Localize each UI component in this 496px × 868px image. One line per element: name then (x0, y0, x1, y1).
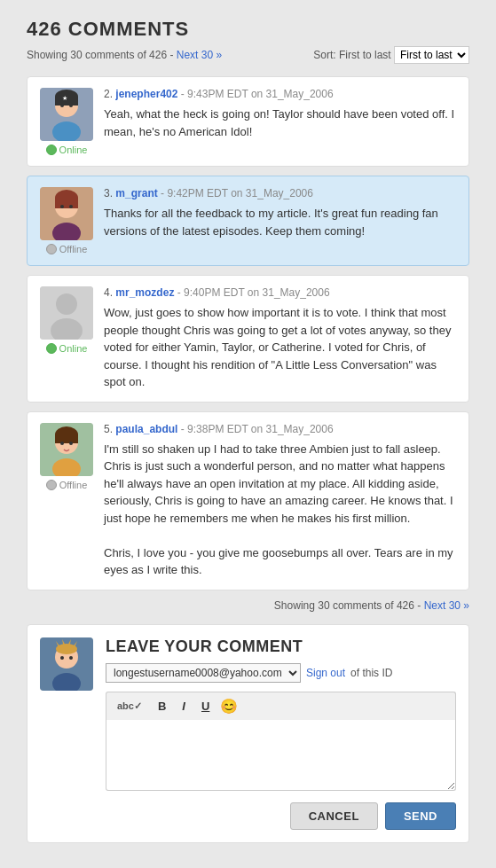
comment-content: 4. mr_mozdez - 9:40PM EDT on 31_May_2006… (104, 286, 456, 391)
svg-point-31 (56, 644, 77, 654)
comment-timestamp: - 9:42PM EDT on 31_May_2006 (161, 187, 313, 199)
sort-label: Sort: First to last First to last Last t… (313, 46, 469, 64)
avatar-wrap: Offline (40, 187, 93, 254)
comment-number: 4. (104, 286, 113, 299)
comment-meta: 4. mr_mozdez - 9:40PM EDT on 31_May_2006 (104, 286, 456, 299)
user-avatar (40, 637, 93, 691)
comment-card: ★ Online 2. jenepher402 - 9:43PM EDT on … (27, 76, 469, 167)
next-30-link-bottom[interactable]: Next 30 » (424, 599, 469, 612)
comment-username[interactable]: mr_mozdez (115, 286, 174, 299)
sort-select[interactable]: First to last Last to first (394, 46, 469, 64)
status-text: Offline (59, 244, 88, 254)
status-dot-online (46, 145, 57, 155)
showing-text: Showing 30 comments of 426 - Next 30 » (27, 49, 222, 61)
comment-text: I'm still so shaken up I had to take thr… (104, 441, 456, 579)
avatar-wrap: Online (40, 286, 93, 391)
svg-point-4 (60, 104, 64, 107)
comment-status: Online (46, 145, 88, 155)
status-dot-offline (46, 244, 57, 254)
comment-number: 3. (104, 187, 113, 199)
comment-status: Offline (46, 480, 88, 490)
comment-card: Offline 5. paula_abdul - 9:38PM EDT on 3… (27, 411, 469, 590)
comment-timestamp: - 9:43PM EDT on 31_May_2006 (181, 88, 334, 100)
status-dot-offline (46, 480, 57, 490)
spell-check-button[interactable]: abc✓ (112, 698, 147, 715)
email-select[interactable]: longestusername0008@yahoo.com (106, 663, 301, 683)
comment-number: 5. (104, 423, 113, 435)
status-dot-online (46, 343, 57, 354)
comment-status: Online (46, 343, 88, 354)
status-text: Online (59, 343, 88, 354)
comment-textarea[interactable] (106, 720, 456, 791)
email-row: longestusername0008@yahoo.com Sign out o… (106, 663, 456, 683)
comment-text: Wow, just goes to show how important it … (104, 304, 456, 391)
comment-username[interactable]: m_grant (115, 187, 157, 199)
svg-point-5 (69, 104, 73, 107)
avatar (40, 187, 93, 240)
comment-username[interactable]: jenepher402 (115, 88, 177, 100)
avatar: ★ (40, 88, 93, 141)
comment-card: Online 4. mr_mozdez - 9:40PM EDT on 31_M… (27, 275, 469, 403)
comment-timestamp: - 9:40PM EDT on 31_May_2006 (177, 286, 330, 299)
svg-point-13 (69, 205, 73, 208)
avatar (40, 423, 93, 476)
comment-card: Offline 3. m_grant - 9:42PM EDT on 31_Ma… (27, 176, 469, 266)
underline-button[interactable]: U (196, 697, 215, 716)
avatar (40, 286, 93, 340)
italic-button[interactable]: I (177, 697, 191, 716)
svg-point-12 (60, 205, 64, 208)
form-actions: CANCEL SEND (106, 802, 456, 830)
comment-username[interactable]: paula_abdul (115, 423, 177, 435)
svg-point-23 (69, 442, 73, 445)
status-text: Online (59, 145, 88, 155)
of-this-id: of this ID (350, 667, 392, 679)
comments-title: 426 COMMENTS (27, 18, 469, 41)
leave-comment-card: LEAVE YOUR COMMENT longestusername0008@y… (27, 624, 469, 843)
emoji-button[interactable]: 😊 (220, 698, 238, 715)
comment-content: 2. jenepher402 - 9:43PM EDT on 31_May_20… (104, 88, 456, 155)
avatar-wrap: ★ Online (40, 88, 93, 155)
svg-point-32 (60, 656, 64, 660)
comment-number: 2. (104, 88, 113, 100)
user-avatar-wrap (40, 637, 93, 830)
leave-comment-title: LEAVE YOUR COMMENT (106, 637, 456, 656)
leave-comment-inner: LEAVE YOUR COMMENT longestusername0008@y… (40, 637, 456, 830)
comment-content: 5. paula_abdul - 9:38PM EDT on 31_May_20… (104, 423, 456, 579)
svg-rect-11 (55, 198, 78, 208)
avatar-wrap: Offline (40, 423, 93, 579)
svg-point-33 (69, 656, 73, 660)
svg-rect-21 (55, 434, 78, 443)
comment-status: Offline (46, 244, 88, 254)
showing-bar: Showing 30 comments of 426 - Next 30 » S… (27, 46, 469, 64)
comments-list: ★ Online 2. jenepher402 - 9:43PM EDT on … (27, 76, 469, 590)
leave-comment-form: LEAVE YOUR COMMENT longestusername0008@y… (106, 637, 456, 830)
send-button[interactable]: SEND (385, 802, 456, 830)
svg-point-22 (60, 442, 64, 445)
comment-text: Thanks for all the feedback to my articl… (104, 205, 456, 239)
next-30-link-top[interactable]: Next 30 » (177, 49, 222, 61)
svg-point-16 (56, 293, 77, 315)
cancel-button[interactable]: CANCEL (290, 802, 378, 830)
status-text: Offline (59, 480, 88, 490)
comment-meta: 2. jenepher402 - 9:43PM EDT on 31_May_20… (104, 88, 456, 100)
page-wrapper: 426 COMMENTS Showing 30 comments of 426 … (0, 0, 496, 861)
comment-meta: 3. m_grant - 9:42PM EDT on 31_May_2006 (104, 187, 456, 199)
bold-button[interactable]: B (153, 697, 171, 716)
comment-meta: 5. paula_abdul - 9:38PM EDT on 31_May_20… (104, 423, 456, 435)
svg-text:★: ★ (62, 95, 67, 101)
comment-text: Yeah, what the heck is going on! Taylor … (104, 106, 456, 140)
comment-toolbar: abc✓ B I U 😊 (106, 692, 456, 720)
comment-content: 3. m_grant - 9:42PM EDT on 31_May_2006 T… (104, 187, 456, 254)
pagination-bottom: Showing 30 comments of 426 - Next 30 » (27, 599, 469, 612)
signout-link[interactable]: Sign out (306, 667, 345, 679)
comment-timestamp: - 9:38PM EDT on 31_May_2006 (181, 423, 334, 435)
